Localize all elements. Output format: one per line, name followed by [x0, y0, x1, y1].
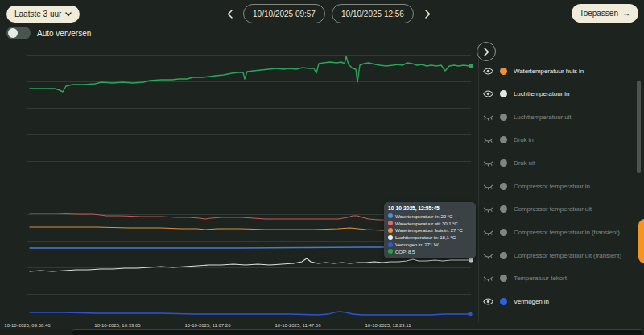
legend-color-dot [500, 90, 507, 97]
visibility-toggle[interactable] [483, 89, 493, 99]
legend-color-dot [500, 252, 507, 259]
visibility-toggle[interactable] [483, 250, 493, 261]
legend-item-label: Temperatuur-tekort [514, 275, 567, 282]
eye-icon [483, 66, 493, 77]
date-to-button[interactable]: 10/10/2025 12:56 [332, 4, 414, 23]
visibility-toggle[interactable] [483, 296, 493, 307]
x-tick-label: 10-10-2025, 12:23:11 [365, 323, 411, 328]
legend-color-dot [500, 159, 507, 167]
series-cop [30, 56, 469, 92]
series-color-dot [388, 213, 393, 218]
legend-item-label: Druk uit [514, 159, 535, 167]
tooltip-row: Watertemperatuur uit: 30,1 °C [388, 220, 472, 227]
visibility-toggle[interactable] [483, 227, 493, 238]
legend-item-label: Compressor temperatuur in [514, 183, 590, 190]
horizontal-scrollbar-track [0, 330, 644, 335]
legend-item[interactable]: Luchttemperatuur uit [483, 109, 641, 125]
apply-label: Toepassen [580, 9, 618, 18]
tooltip-row-text: Vermogen in: 271 W [395, 242, 438, 247]
series-color-dot [388, 249, 393, 254]
chevron-left-icon [227, 10, 233, 19]
x-tick-label: 10-10-2025, 11:47:56 [275, 323, 321, 328]
arrow-right-icon: → [622, 9, 630, 18]
tooltip-row-text: Watertemperatuur in: 22 °C [395, 213, 452, 219]
legend-color-dot [500, 298, 507, 305]
tooltip-row: Watertemperatuur huis in: 27 °C [388, 227, 472, 234]
tooltip-row: Luchttemperatuur in: 18,1 °C [388, 234, 472, 241]
legend-item[interactable]: Temperatuur-tekort [483, 271, 641, 287]
tooltip-row-text: Watertemperatuur uit: 30,1 °C [395, 221, 458, 226]
tooltip-row-text: Watertemperatuur huis in: 27 °C [395, 227, 463, 233]
date-from-button[interactable]: 10/10/2025 09:57 [243, 4, 325, 23]
eye-icon [483, 296, 493, 307]
eye-icon [483, 89, 493, 99]
auto-refresh-label: Auto verversen [37, 29, 91, 38]
legend-collapse-button[interactable] [477, 42, 496, 61]
visibility-toggle[interactable] [483, 181, 493, 192]
visibility-toggle[interactable] [483, 204, 493, 214]
series-endpoint-marker [468, 312, 472, 316]
prev-range-button[interactable] [222, 6, 237, 21]
legend-item-label: Luchttemperatuur in [514, 90, 569, 97]
legend-item-label: Vermogen in [514, 298, 549, 305]
series-color-dot [388, 235, 393, 240]
eye-off-icon [483, 227, 493, 238]
series-color-dot [388, 221, 393, 225]
legend-item-label: Compressor temperatuur uit [514, 205, 592, 213]
legend-item[interactable]: Compressor temperatuur in [483, 178, 641, 194]
auto-refresh-toggle[interactable] [6, 27, 31, 39]
tooltip-rows: Watertemperatuur in: 22 °CWatertemperatu… [388, 213, 472, 255]
legend-color-dot [500, 68, 507, 75]
legend-item[interactable]: Compressor temperatuur in (transient) [483, 225, 641, 241]
visibility-toggle[interactable] [483, 273, 493, 283]
next-range-button[interactable] [420, 6, 435, 21]
tooltip-timestamp: 10-10-2025, 12:55:45 [388, 205, 472, 211]
legend-color-dot [500, 114, 507, 121]
series-luchttemperatuur-in [30, 258, 469, 271]
legend-scrollbar[interactable] [637, 81, 641, 173]
apply-button[interactable]: Toepassen → [572, 4, 638, 23]
legend-item[interactable]: Vermogen in [483, 294, 641, 310]
eye-off-icon [483, 181, 493, 192]
edge-orange-button[interactable] [638, 219, 644, 263]
series-endpoint-marker [469, 258, 473, 262]
visibility-toggle[interactable] [483, 158, 493, 168]
chart-tooltip: 10-10-2025, 12:55:45 Watertemperatuur in… [384, 202, 476, 258]
legend-item-label: Compressor temperatuur in (transient) [514, 229, 620, 236]
tooltip-row: COP: 8,5 [388, 248, 472, 255]
legend-item[interactable]: Luchttemperatuur in [483, 86, 641, 102]
legend-color-dot [500, 183, 507, 190]
horizontal-scrollbar-thumb[interactable] [72, 329, 642, 335]
legend-color-dot [500, 136, 507, 143]
legend-item-label: Watertemperatuur huis in [514, 68, 584, 75]
legend-item-label: Compressor temperatuur uit (transient) [514, 252, 621, 259]
eye-off-icon [483, 158, 493, 168]
toggle-knob [8, 28, 18, 38]
visibility-toggle[interactable] [483, 66, 493, 77]
chevron-right-icon [425, 10, 431, 19]
chevron-down-icon [65, 12, 72, 17]
legend-item[interactable]: Compressor temperatuur uit [483, 201, 641, 217]
series-endpoint-marker [469, 64, 473, 68]
time-range-label: Laatste 3 uur [14, 10, 61, 19]
tooltip-row: Vermogen in: 271 W [388, 241, 472, 248]
eye-off-icon [483, 250, 493, 261]
time-range-selector[interactable]: Laatste 3 uur [6, 6, 80, 23]
tooltip-row-text: Luchttemperatuur in: 18,1 °C [395, 234, 456, 240]
legend-item[interactable]: Watertemperatuur huis in [483, 63, 641, 79]
legend-item[interactable]: Compressor temperatuur uit (transient) [483, 247, 641, 263]
x-tick-label: 10-10-2025, 10:33:05 [94, 323, 140, 328]
tooltip-row-text: COP: 8,5 [395, 249, 415, 254]
x-tick-label: 10-10-2025, 11:07:26 [185, 323, 231, 328]
legend-item-label: Luchttemperatuur uit [514, 114, 571, 121]
chevron-right-icon [484, 48, 489, 56]
legend-color-dot [500, 229, 507, 236]
legend-item[interactable]: Druk in [483, 132, 641, 148]
legend-item[interactable]: Druk uit [483, 155, 641, 172]
visibility-toggle[interactable] [483, 112, 493, 122]
eye-off-icon [483, 204, 493, 214]
x-tick-label: 10-10-2025, 09:58:46 [4, 323, 50, 328]
visibility-toggle[interactable] [483, 134, 493, 145]
tooltip-row: Watertemperatuur in: 22 °C [388, 213, 472, 220]
legend-item-label: Druk in [514, 136, 534, 143]
